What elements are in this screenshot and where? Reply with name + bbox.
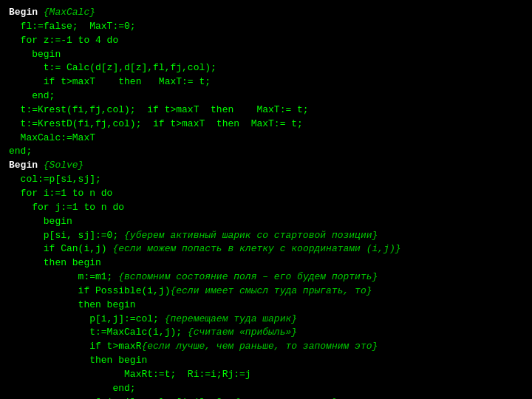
code-comment: {MaxCalc} xyxy=(44,7,95,18)
code-line: if Can(i,j) {если можем попасть в клетку… xyxy=(9,242,523,256)
code-text: col:=p[si,sj]; xyxy=(9,174,101,185)
code-line: if Possible(i,j){если имеет смысл туда п… xyxy=(9,284,523,299)
code-text: then begin xyxy=(9,355,147,366)
code-line: fl:=false; MaxT:=0; xyxy=(9,20,523,34)
code-text: t:=MaxCalc(i,j); xyxy=(9,327,188,338)
code-text: p[si,sj]:=col;p[i,j]:=0; xyxy=(9,397,233,399)
code-text: end; xyxy=(9,90,55,101)
code-line: MaxCalc:=MaxT xyxy=(9,132,523,146)
code-text: MaxRt:=t; Ri:=i;Rj:=j xyxy=(9,369,251,380)
code-comment: {уберем активный шарик со стартовой пози… xyxy=(124,230,378,241)
code-keyword: Begin xyxy=(9,160,44,171)
code-text: for i:=1 to n do xyxy=(9,188,112,199)
code-line: then begin xyxy=(9,354,523,368)
code-text: m:=m1; xyxy=(9,271,118,282)
code-comment: {перемещаем туда шарик} xyxy=(165,313,297,324)
code-line: begin xyxy=(9,215,523,229)
code-comment: {если имеет смысл туда прыгать, то} xyxy=(170,285,372,296)
code-text: if t>maxR xyxy=(9,341,141,352)
code-keyword: Begin xyxy=(9,7,44,18)
code-line: p[si, sj]:=0; {уберем активный шарик со … xyxy=(9,229,523,243)
code-comment: {если лучше, чем раньше, то запомним это… xyxy=(141,341,378,352)
code-line: end; xyxy=(9,89,523,103)
code-line: for z:=-1 to 4 do xyxy=(9,34,523,48)
code-text: then begin xyxy=(9,257,101,268)
code-line: if t>maxT then MaxT:= t; xyxy=(9,75,523,89)
code-line: p[si,sj]:=col;p[i,j]:=0; {восстановим по… xyxy=(9,396,523,399)
code-text: MaxCalc:=MaxT xyxy=(9,132,95,143)
code-line: begin xyxy=(9,48,523,62)
code-text: if t>maxT then MaxT:= t; xyxy=(9,76,211,87)
code-line: m:=m1; {вспомним состояние поля – его бу… xyxy=(9,270,523,284)
code-line: if t>maxR{если лучше, чем раньше, то зап… xyxy=(9,340,523,354)
code-line: then begin xyxy=(9,299,523,313)
code-line: t:= Calc(d[z],d[z],fl,fj,col); xyxy=(9,61,523,75)
code-text: p[si, sj]:=0; xyxy=(9,230,124,241)
code-text: fl:=false; MaxT:=0; xyxy=(9,21,136,32)
code-text: end; xyxy=(9,146,32,157)
code-comment: {вспомним состояние поля – его будем пор… xyxy=(118,271,378,282)
code-text: if Possible(i,j) xyxy=(9,285,170,296)
code-text: p[i,j]:=col; xyxy=(9,313,165,324)
code-comment: {восстановим поле} xyxy=(233,397,337,399)
code-line: p[i,j]:=col; {перемещаем туда шарик} xyxy=(9,313,523,327)
code-text: begin xyxy=(9,216,72,227)
code-line: t:=KrestD(fi,fj,col); if t>maxT then Max… xyxy=(9,117,523,132)
code-text: t:=KrestD(fi,fj,col); if t>maxT then Max… xyxy=(9,118,303,129)
code-text: for j:=1 to n do xyxy=(9,202,124,213)
code-line: MaxRt:=t; Ri:=i;Rj:=j xyxy=(9,368,523,382)
code-text: then begin xyxy=(9,299,136,310)
code-text: for z:=-1 to 4 do xyxy=(9,35,118,46)
code-comment: {Solve} xyxy=(44,160,84,171)
code-editor: Begin {MaxCalc} fl:=false; MaxT:=0; for … xyxy=(9,6,523,399)
code-text: begin xyxy=(9,49,61,60)
code-line: then begin xyxy=(9,256,523,270)
code-text: end; xyxy=(9,383,136,394)
code-line: t:=MaxCalc(i,j); {считаем «прибыль»} xyxy=(9,326,523,340)
code-text: t:=Krest(fi,fj,col); if t>maxT then MaxT… xyxy=(9,104,309,115)
code-line: t:=Krest(fi,fj,col); if t>maxT then MaxT… xyxy=(9,103,523,117)
code-line: Begin {Solve} xyxy=(9,159,523,173)
code-line: col:=p[si,sj]; xyxy=(9,173,523,187)
code-line: for i:=1 to n do xyxy=(9,187,523,201)
code-comment: {считаем «прибыль»} xyxy=(188,327,297,338)
code-line: Begin {MaxCalc} xyxy=(9,6,523,20)
code-comment: {если можем попасть в клетку с координат… xyxy=(112,243,400,254)
code-text: if Can(i,j) xyxy=(9,243,112,254)
code-text: t:= Calc(d[z],d[z],fl,fj,col); xyxy=(9,62,216,73)
code-line: end; xyxy=(9,145,523,159)
code-line: end; xyxy=(9,382,523,396)
code-line: for j:=1 to n do xyxy=(9,201,523,215)
